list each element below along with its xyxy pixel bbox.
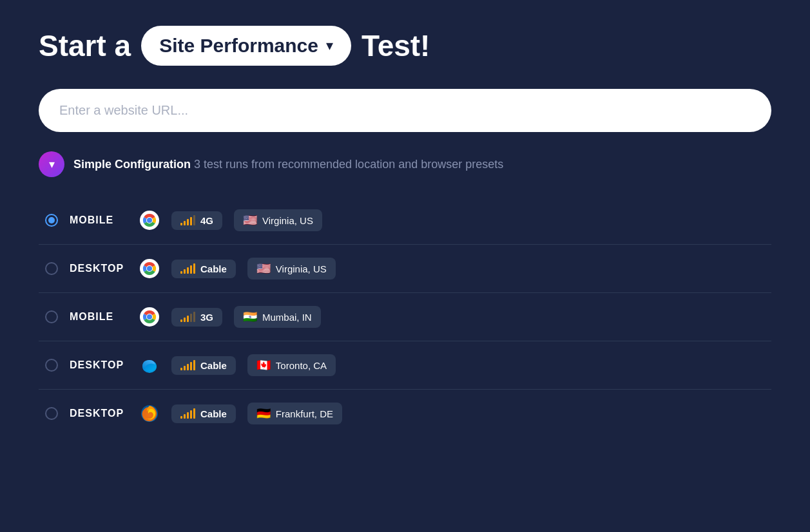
speed-label: Cable — [200, 263, 227, 274]
signal-bars-icon — [180, 408, 195, 419]
page-container: Start a Site Performance ▾ Test! ▾ Simpl… — [39, 26, 771, 437]
device-label: MOBILE — [70, 214, 128, 226]
speed-label: 3G — [200, 312, 213, 323]
flag-icon: 🇩🇪 — [256, 406, 271, 421]
simple-config-bold-label: Simple Configuration — [73, 158, 191, 171]
test-row[interactable]: MOBILE 4G🇺🇸Virginia, US — [39, 196, 771, 245]
simple-config-label: Simple Configuration 3 test runs from re… — [73, 158, 503, 171]
svg-point-8 — [147, 314, 152, 319]
location-label: Frankfurt, DE — [276, 408, 333, 419]
location-badge: 🇮🇳Mumbai, IN — [234, 306, 321, 328]
test-row[interactable]: DESKTOP Cable🇨🇦Toronto, CA — [39, 341, 771, 390]
edge-browser-icon — [139, 355, 160, 375]
chrome-browser-icon — [139, 307, 160, 327]
radio-button[interactable] — [45, 214, 58, 227]
header-suffix: Test! — [362, 28, 430, 63]
speed-label: Cable — [200, 408, 227, 419]
radio-button[interactable] — [45, 262, 58, 275]
location-label: Toronto, CA — [276, 360, 327, 371]
svg-point-2 — [147, 218, 152, 223]
radio-button[interactable] — [45, 359, 58, 372]
location-badge: 🇩🇪Frankfurt, DE — [247, 403, 342, 424]
speed-badge: 4G — [171, 211, 222, 230]
signal-bars-icon — [180, 263, 195, 274]
signal-bars-icon — [180, 360, 195, 370]
location-badge: 🇨🇦Toronto, CA — [247, 354, 336, 376]
svg-point-5 — [147, 266, 152, 271]
flag-icon: 🇺🇸 — [243, 213, 257, 227]
location-label: Virginia, US — [276, 263, 327, 274]
test-row[interactable]: MOBILE 3G🇮🇳Mumbai, IN — [39, 293, 771, 341]
flag-icon: 🇺🇸 — [256, 261, 271, 276]
speed-badge: Cable — [171, 404, 236, 423]
device-label: DESKTOP — [70, 359, 128, 371]
speed-label: 4G — [200, 215, 213, 226]
chrome-browser-icon — [139, 210, 160, 231]
test-row[interactable]: DESKTOP Cable🇩🇪Frankfurt, DE — [39, 390, 771, 437]
simple-config-sub-label: 3 test runs from recommended location an… — [194, 158, 503, 171]
url-input-container — [39, 89, 771, 132]
dropdown-label: Site Performance — [159, 35, 318, 57]
signal-bars-icon — [180, 215, 195, 225]
speed-badge: 3G — [171, 308, 222, 327]
device-label: DESKTOP — [70, 263, 128, 274]
device-label: MOBILE — [70, 311, 128, 323]
speed-label: Cable — [200, 360, 227, 371]
flag-icon: 🇨🇦 — [256, 358, 271, 372]
location-label: Virginia, US — [262, 215, 313, 226]
chevron-down-icon: ▾ — [326, 37, 333, 54]
expand-config-button[interactable]: ▾ — [39, 151, 64, 177]
chrome-browser-icon — [139, 258, 160, 279]
location-label: Mumbai, IN — [262, 312, 312, 323]
speed-badge: Cable — [171, 260, 236, 278]
chevron-down-icon: ▾ — [49, 157, 55, 171]
flag-icon: 🇮🇳 — [243, 310, 257, 324]
test-rows-container: MOBILE 4G🇺🇸Virginia, USDESKTOP — [39, 196, 771, 437]
firefox-browser-icon — [139, 403, 160, 424]
device-label: DESKTOP — [70, 408, 128, 419]
simple-config-row: ▾ Simple Configuration 3 test runs from … — [39, 151, 771, 177]
url-input[interactable] — [39, 89, 771, 132]
test-row[interactable]: DESKTOP Cable🇺🇸Virginia, US — [39, 245, 771, 293]
signal-bars-icon — [180, 312, 195, 322]
test-type-dropdown[interactable]: Site Performance ▾ — [141, 26, 351, 66]
radio-button[interactable] — [45, 407, 58, 420]
location-badge: 🇺🇸Virginia, US — [247, 258, 336, 280]
header-prefix: Start a — [39, 28, 131, 63]
radio-button[interactable] — [45, 310, 58, 323]
location-badge: 🇺🇸Virginia, US — [234, 209, 322, 231]
speed-badge: Cable — [171, 356, 236, 375]
header-row: Start a Site Performance ▾ Test! — [39, 26, 771, 66]
